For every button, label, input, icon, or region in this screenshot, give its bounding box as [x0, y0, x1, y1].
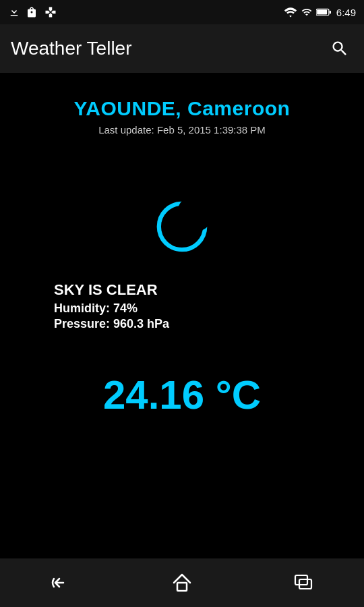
svg-rect-1: [317, 9, 327, 14]
recents-button[interactable]: [283, 566, 324, 600]
home-button[interactable]: [162, 566, 202, 600]
weather-details: SKY IS CLEAR Humidity: 74% Pressure: 960…: [0, 281, 169, 331]
weather-icon-area: [152, 196, 212, 257]
recents-icon: [294, 574, 313, 591]
time-display: 6:49: [336, 7, 356, 18]
app-title: Weather Teller: [11, 38, 132, 59]
pressure-display: Pressure: 960.3 hPa: [54, 317, 169, 331]
humidity-display: Humidity: 74%: [54, 301, 169, 316]
status-icons-right: 6:49: [284, 7, 356, 18]
download-icon: [8, 6, 20, 18]
back-icon: [50, 575, 71, 591]
status-icons-left: [8, 6, 58, 18]
back-button[interactable]: [40, 566, 81, 600]
last-update: Last update: Feb 5, 2015 1:39:38 PM: [98, 124, 266, 136]
clear-night-icon: [152, 196, 212, 257]
svg-point-4: [177, 196, 212, 231]
search-icon: [330, 39, 349, 58]
shopping-bag-icon: [26, 6, 38, 18]
wifi-icon: [284, 7, 297, 18]
app-bar: Weather Teller: [0, 24, 364, 73]
signal-icon: [301, 7, 312, 18]
svg-rect-2: [329, 11, 330, 14]
gamepad-icon: [43, 6, 58, 18]
svg-rect-5: [177, 583, 187, 591]
sky-condition: SKY IS CLEAR: [54, 281, 169, 299]
temperature-display: 24.16 °C: [103, 372, 261, 418]
location-name: YAOUNDE, Cameroon: [74, 97, 291, 120]
main-content: YAOUNDE, Cameroon Last update: Feb 5, 20…: [0, 73, 364, 558]
battery-icon: [316, 7, 331, 17]
nav-bar: [0, 558, 364, 607]
search-button[interactable]: [326, 35, 353, 62]
status-bar: 6:49: [0, 0, 364, 24]
home-icon: [171, 572, 193, 594]
